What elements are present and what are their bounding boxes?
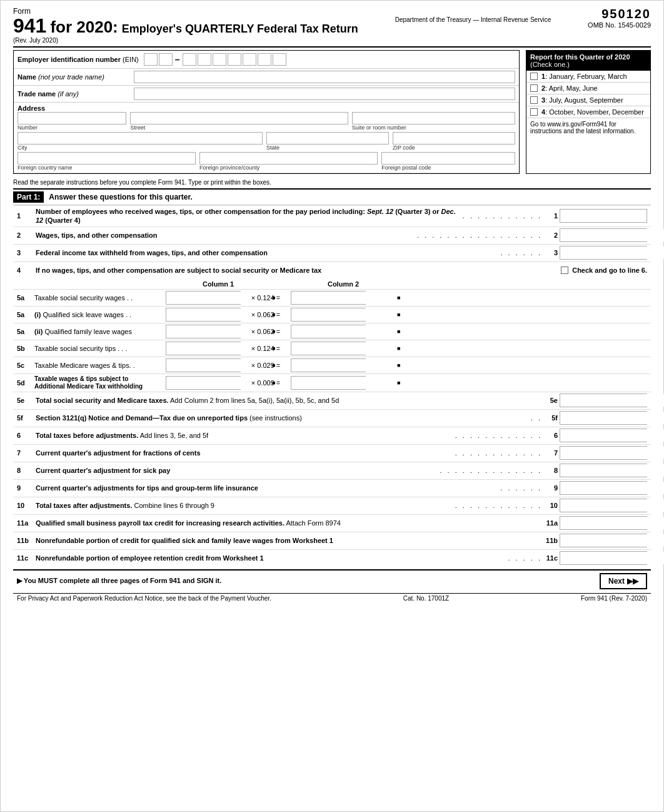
ein-box-2[interactable] xyxy=(159,53,173,66)
trade-input[interactable] xyxy=(134,88,515,100)
line-5a-c1[interactable]: ■ xyxy=(166,291,241,305)
addr-street-input[interactable] xyxy=(130,112,348,124)
ein-dash: – xyxy=(175,54,180,64)
line-9-dots: . . . . . . xyxy=(492,484,542,492)
line-11a-field[interactable] xyxy=(560,517,664,529)
line-5b-c2[interactable]: ■ xyxy=(291,342,366,355)
quarter-3-label: 3: July, August, September xyxy=(541,96,623,104)
addr-num-input[interactable] xyxy=(18,112,126,124)
line-5a-c2[interactable]: ■ xyxy=(291,291,366,305)
quarter-4[interactable]: 4: October, November, December xyxy=(526,106,650,118)
ein-box-7[interactable] xyxy=(243,53,256,66)
line-5a-c2-field[interactable] xyxy=(291,292,397,304)
addr-country-input[interactable] xyxy=(18,152,196,165)
addr-state-input[interactable] xyxy=(266,132,389,145)
line-5c-c2-field[interactable] xyxy=(291,359,397,372)
quarter-4-label: 4: October, November, December xyxy=(541,108,644,116)
line-2-field[interactable] xyxy=(560,229,664,241)
line-6-dots: . . . . . . . . . . . . xyxy=(455,432,542,439)
line-3-field[interactable] xyxy=(560,246,664,259)
col-headers: Column 1 Column 2 xyxy=(13,279,651,289)
line-10-field[interactable] xyxy=(560,499,664,512)
line-1-field[interactable] xyxy=(560,210,644,222)
ein-box-5[interactable] xyxy=(213,53,226,66)
line-6-field[interactable] xyxy=(560,429,664,442)
line-5ai-c2[interactable]: ■ xyxy=(291,308,366,322)
ein-box-9[interactable] xyxy=(273,53,286,66)
line-7-input[interactable]: ■ xyxy=(560,446,647,460)
line-8-ref: 8 xyxy=(542,467,560,474)
quarter-3[interactable]: 3: July, August, September xyxy=(526,94,650,106)
quarter-1-checkbox[interactable] xyxy=(530,73,538,80)
line-5d-row: 5d Taxable wages & tips subject toAdditi… xyxy=(13,373,651,392)
line-8-field[interactable] xyxy=(560,464,664,477)
line-9-field[interactable] xyxy=(560,482,664,494)
line-5e-field[interactable] xyxy=(560,394,664,407)
line-5d-label: Taxable wages & tips subject toAdditiona… xyxy=(34,375,166,390)
line-5aii-c2-field[interactable] xyxy=(291,325,397,338)
line-5d-c2-field[interactable] xyxy=(291,377,397,389)
col1-header: Column 1 xyxy=(181,280,256,288)
line-11c-field[interactable] xyxy=(560,552,664,564)
line-8-row: 8 Current quarter's adjustment for sick … xyxy=(13,462,651,479)
line-5e-input[interactable]: ■ xyxy=(560,393,647,407)
line-7-dots: . . . . . . . . . . . . xyxy=(455,449,542,457)
addr-postal-input[interactable] xyxy=(381,152,515,165)
line-11c-row: 11c Nonrefundable portion of employee re… xyxy=(13,549,651,567)
line-11c-input[interactable]: ■ xyxy=(560,551,647,565)
next-button[interactable]: Next ▶▶ xyxy=(600,573,647,589)
quarter-3-checkbox[interactable] xyxy=(530,96,538,104)
ein-box-4[interactable] xyxy=(198,53,211,66)
line-11a-input[interactable]: ■ xyxy=(560,516,647,530)
line-5d-c1[interactable]: ■ xyxy=(166,376,241,390)
line-7-field[interactable] xyxy=(560,447,664,459)
name-input[interactable] xyxy=(134,71,515,83)
ein-box-6[interactable] xyxy=(228,53,241,66)
line-8-num: 8 xyxy=(17,467,36,474)
ein-box-1[interactable] xyxy=(144,53,158,66)
line-11c-desc: Nonrefundable portion of employee retent… xyxy=(36,554,492,562)
addr-city-input[interactable] xyxy=(18,132,263,145)
line-5c-c2[interactable]: ■ xyxy=(291,358,366,372)
line-5aii-c2[interactable]: ■ xyxy=(291,325,366,338)
line-11b-row: 11b Nonrefundable portion of credit for … xyxy=(13,532,651,549)
line-5a-row: 5a Taxable social security wages . . ■ ×… xyxy=(13,289,651,306)
line-2-input[interactable]: ■ xyxy=(560,228,647,242)
line-11b-field[interactable] xyxy=(560,534,664,547)
line-5f-field[interactable] xyxy=(560,412,664,424)
addr-suite-input[interactable] xyxy=(352,112,515,124)
line-5b-c1[interactable]: ■ xyxy=(166,342,241,355)
ein-box-3[interactable] xyxy=(183,53,196,66)
line-2-ref: 2 xyxy=(542,231,560,239)
line-3-input[interactable]: ■ xyxy=(560,246,647,260)
line-5ai-c1[interactable]: ■ xyxy=(166,308,241,322)
check-go-area[interactable]: Check and go to line 6. xyxy=(561,266,647,274)
line-5d-c2[interactable]: ■ xyxy=(291,376,366,390)
addr-province-input[interactable] xyxy=(199,152,378,165)
line-11b-input[interactable]: ■ xyxy=(560,534,647,547)
line-5ai-c2-field[interactable] xyxy=(291,308,397,321)
ein-label: Employer identification number (EIN) xyxy=(18,56,139,63)
line-5b-c2-field[interactable] xyxy=(291,342,397,355)
part1-label: Part 1: xyxy=(13,191,44,203)
quarter-4-checkbox[interactable] xyxy=(530,108,538,116)
line-10-dots: . . . . . . . . . . . . xyxy=(455,502,542,509)
line-5f-input[interactable]: ■ xyxy=(560,411,647,425)
addr-zip-input[interactable] xyxy=(393,132,515,145)
quarter-2[interactable]: 2: April, May, June xyxy=(526,83,650,94)
line-10-input[interactable]: ■ xyxy=(560,499,647,512)
line-10-ref: 10 xyxy=(542,502,560,509)
line-1-input[interactable] xyxy=(560,209,647,223)
line-9-input[interactable]: ■ xyxy=(560,481,647,495)
line-4-checkbox[interactable] xyxy=(561,266,568,274)
line-11a-ref: 11a xyxy=(542,519,560,527)
quarter-2-checkbox[interactable] xyxy=(530,84,538,92)
line-6-input[interactable]: ■ xyxy=(560,429,647,442)
line-5c-c1[interactable]: ■ xyxy=(166,358,241,372)
line-8-input[interactable]: ■ xyxy=(560,464,647,477)
line-5aii-c1[interactable]: ■ xyxy=(166,325,241,338)
form-rev-label: Form 941 (Rev. 7-2020) xyxy=(581,595,647,602)
ein-box-8[interactable] xyxy=(258,53,271,66)
quarter-1[interactable]: 1: January, February, March xyxy=(526,71,650,83)
line-8-dots: . . . . . . . . . . . . . . xyxy=(440,467,542,474)
